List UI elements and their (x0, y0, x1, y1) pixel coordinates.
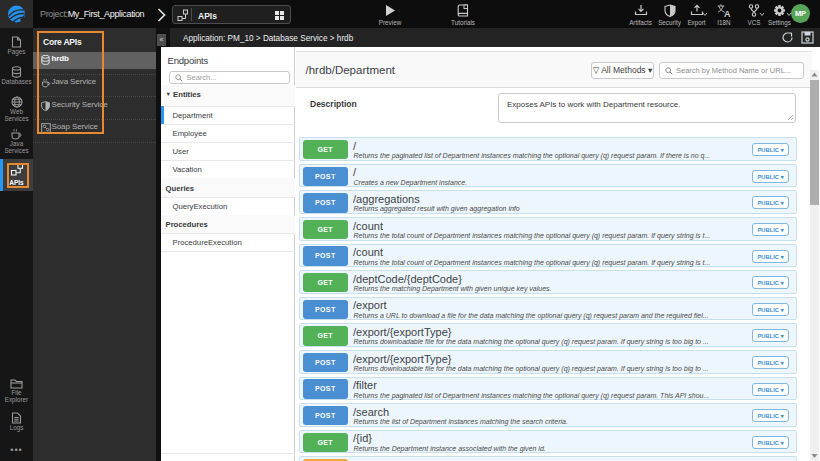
svg-text:A: A (724, 9, 731, 18)
